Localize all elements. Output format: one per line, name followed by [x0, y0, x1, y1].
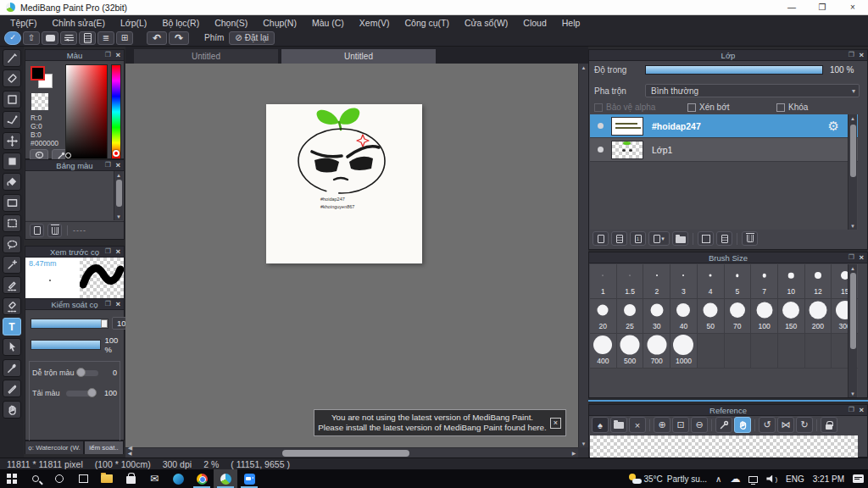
brush-size-700[interactable]: 700 — [643, 334, 670, 368]
brush-size-4[interactable]: 4 — [698, 264, 724, 298]
brush-opacity-slider[interactable] — [31, 340, 101, 350]
lock-reference-button[interactable] — [821, 417, 837, 433]
grid-button[interactable]: ⊞ — [116, 31, 133, 45]
document-info-button[interactable] — [79, 31, 96, 45]
hscroll-thumb[interactable] — [282, 450, 409, 457]
clock[interactable]: 3:21 PM — [809, 469, 849, 488]
file-explorer-button[interactable] — [95, 469, 119, 488]
menu-xem[interactable]: Xem(V) — [352, 18, 398, 28]
menu-chon[interactable]: Chọn(S) — [207, 18, 255, 28]
edge-button[interactable] — [166, 469, 190, 488]
select-eraser-tool[interactable] — [3, 297, 21, 315]
brush-size-25[interactable]: 25 — [617, 299, 643, 333]
brush-size-5[interactable]: 5 — [725, 264, 751, 298]
restore-button[interactable]: ❐ — [807, 0, 837, 14]
reset-button[interactable]: ⊘ Đặt lại — [229, 31, 275, 45]
close-panel-icon[interactable]: × — [859, 405, 864, 414]
tab-brush-watercolor[interactable]: ọ: Watercolor (W. — [25, 441, 84, 454]
popout-icon[interactable]: ❐ — [849, 406, 854, 413]
figure-tool[interactable] — [3, 91, 21, 108]
popout-icon[interactable]: ❐ — [849, 51, 854, 58]
popout-icon[interactable]: ❐ — [105, 300, 111, 308]
onedrive-cloud-icon[interactable]: ☁ — [726, 469, 744, 488]
menu-chup[interactable]: Chụp(N) — [255, 18, 304, 28]
zoom-app-button[interactable] — [237, 469, 261, 488]
delete-layer-button[interactable] — [742, 231, 758, 246]
opacity-slider[interactable] — [645, 65, 823, 75]
close-button[interactable]: × — [837, 0, 868, 14]
export-button[interactable]: ⇧ — [23, 31, 40, 45]
rotate-right-button[interactable]: ↻ — [796, 417, 813, 433]
open-file-button[interactable] — [610, 417, 627, 433]
layer-list-scrollbar[interactable]: ▲ ▼ — [848, 114, 857, 230]
mail-button[interactable]: ✉ — [142, 469, 166, 488]
brush-size-40[interactable]: 40 — [670, 299, 697, 333]
redo-button[interactable]: ↷ — [169, 31, 189, 45]
notification-line-2[interactable]: Please install the latest version of Med… — [314, 423, 550, 433]
scroll-up-icon[interactable]: ▲ — [114, 171, 123, 179]
load-color-slider[interactable] — [66, 391, 95, 396]
brush-size-30[interactable]: 30 — [643, 299, 670, 333]
text-tool[interactable]: T — [3, 318, 21, 336]
merge-layer-button[interactable] — [716, 231, 732, 246]
menu-lop[interactable]: Lớp(L) — [113, 18, 154, 28]
canvas-horizontal-scrollbar[interactable]: ◀ ▶ — [125, 447, 578, 458]
scroll-right-icon[interactable]: ▶ — [570, 450, 578, 456]
select-tool[interactable] — [3, 214, 21, 232]
brush-size-1000[interactable]: 1000 — [670, 334, 697, 368]
menu-cloud[interactable]: Cloud — [515, 18, 554, 28]
saturation-value-picker[interactable] — [65, 64, 108, 159]
brush-size-3[interactable]: 3 — [670, 264, 697, 298]
zoom-out-button[interactable]: ⊖ — [691, 417, 708, 433]
undo-button[interactable]: ↶ — [147, 31, 167, 45]
import-canvas-button[interactable]: ♠ — [592, 417, 609, 433]
magic-wand-tool[interactable] — [3, 256, 21, 274]
move-tool[interactable] — [3, 132, 21, 150]
cloud-save-button[interactable]: ✓ — [4, 31, 21, 45]
brush-size-400[interactable]: 400 — [590, 334, 616, 368]
fit-view-button[interactable]: ⊡ — [672, 417, 689, 433]
lasso-tool[interactable] — [3, 236, 21, 253]
tab-brush-control[interactable]: iểm soát.. — [84, 441, 124, 454]
reference-hand-button[interactable] — [734, 417, 751, 433]
popout-icon[interactable]: ❐ — [105, 51, 111, 58]
scroll-up-icon[interactable]: ▲ — [849, 114, 857, 122]
bucket-tool[interactable] — [3, 173, 21, 191]
zoom-in-button[interactable]: ⊕ — [654, 417, 670, 433]
layer-row-lop1[interactable]: Lớp1 — [590, 138, 858, 162]
gradient-tool[interactable] — [3, 194, 21, 212]
load-knob[interactable] — [87, 388, 97, 397]
list-button[interactable]: ≣ — [97, 31, 114, 45]
foreground-color-swatch[interactable] — [31, 66, 45, 80]
popout-icon[interactable]: ❐ — [105, 161, 111, 169]
mix-color-slider[interactable] — [78, 370, 98, 376]
close-panel-icon[interactable]: × — [115, 160, 120, 169]
brush-size-slider[interactable] — [31, 319, 108, 329]
layer-visibility-icon[interactable] — [598, 123, 604, 129]
operation-tool[interactable] — [3, 338, 21, 356]
popout-icon[interactable]: ❐ — [105, 247, 111, 255]
menu-chinh-sua[interactable]: Chỉnh sửa(E) — [45, 18, 113, 28]
menu-cua-so[interactable]: Cửa sổ(W) — [457, 18, 515, 28]
scroll-up-icon[interactable]: ▲ — [849, 264, 857, 272]
select-pen-tool[interactable] — [3, 276, 21, 294]
close-panel-icon[interactable]: × — [859, 252, 864, 262]
brush-size-150[interactable]: 150 — [778, 299, 804, 333]
brush-size-70[interactable]: 70 — [725, 299, 751, 333]
lock-checkbox[interactable]: Khóa — [776, 103, 808, 112]
menu-bo-loc[interactable]: Bộ lọc(R) — [154, 18, 207, 28]
brush-size-20[interactable]: 20 — [590, 299, 616, 333]
fill-rect-tool[interactable] — [3, 152, 21, 170]
start-button[interactable] — [0, 469, 24, 488]
reference-image-area[interactable] — [590, 435, 858, 458]
brush-size-100[interactable]: 100 — [751, 299, 777, 333]
brush-size-500[interactable]: 500 — [617, 334, 643, 368]
panel-splitter[interactable] — [588, 400, 868, 402]
microsoft-store-button[interactable] — [119, 469, 142, 488]
layer-row-hoidap247[interactable]: #hoidap247 ⚙ — [590, 114, 858, 138]
brush-size-12[interactable]: 12 — [805, 264, 832, 298]
brush-size-scrollbar[interactable]: ▲ ▼ — [848, 264, 857, 397]
brush-size-2[interactable]: 2 — [643, 264, 670, 298]
palette-scrollbar[interactable]: ▲ ▼ — [114, 171, 123, 220]
blend-mode-select[interactable]: Bình thường ▾ — [645, 84, 860, 97]
